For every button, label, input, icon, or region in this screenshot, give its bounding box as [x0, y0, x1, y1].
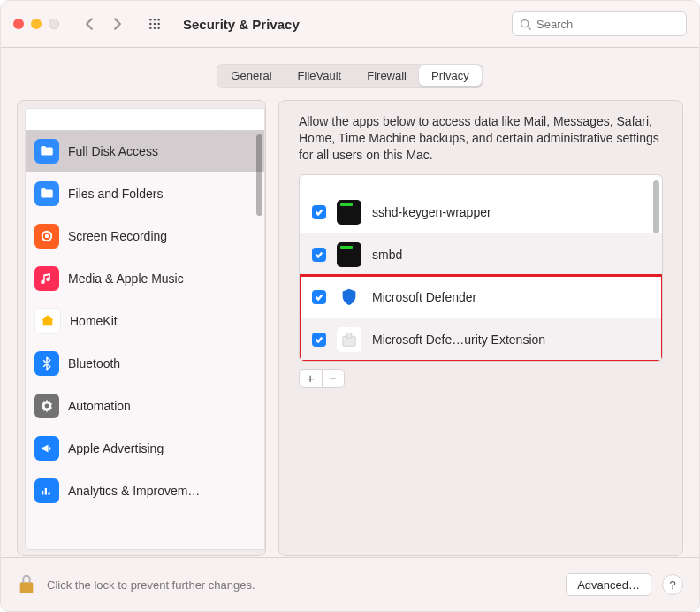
- lock-hint-text: Click the lock to prevent further change…: [47, 578, 555, 592]
- sidebar-item-label: Bluetooth: [68, 356, 120, 371]
- apps-scrollbar[interactable]: [653, 180, 659, 233]
- full-disk-access-detail: Allow the apps below to access data like…: [278, 100, 683, 556]
- sidebar-item-label: Apple Advertising: [68, 441, 164, 455]
- folder-icon: [39, 186, 55, 202]
- svg-point-3: [149, 23, 152, 26]
- app-checkbox[interactable]: [312, 248, 326, 262]
- window-title: Security & Privacy: [183, 17, 503, 32]
- app-name: sshd-keygen-wrapper: [372, 205, 491, 219]
- terminal-icon: [337, 242, 361, 267]
- home-icon: [40, 313, 56, 329]
- tab-firewall[interactable]: Firewall: [354, 65, 419, 86]
- sidebar-item-automation[interactable]: Automation: [26, 385, 264, 427]
- svg-point-12: [45, 234, 49, 239]
- app-checkbox[interactable]: [312, 205, 326, 219]
- svg-point-8: [157, 27, 160, 29]
- search-placeholder: Search: [536, 18, 573, 31]
- shield-icon: [337, 285, 361, 310]
- tab-filevault[interactable]: FileVault: [285, 65, 354, 86]
- app-item[interactable]: sshd-keygen-wrapper: [300, 191, 662, 233]
- svg-rect-16: [346, 333, 352, 338]
- svg-point-1: [154, 19, 156, 21]
- svg-point-0: [149, 19, 152, 21]
- sidebar-item-homekit[interactable]: HomeKit: [26, 300, 264, 342]
- app-item[interactable]: smbd: [300, 233, 662, 276]
- sidebar-item-analytics[interactable]: Analytics & Improvem…: [26, 470, 264, 512]
- sidebar-item-label: Screen Recording: [68, 229, 167, 243]
- lock-button[interactable]: [17, 572, 36, 598]
- help-button[interactable]: ?: [662, 574, 683, 595]
- sidebar-item-label: Full Disk Access: [68, 144, 158, 158]
- zoom-window-button[interactable]: [49, 19, 59, 29]
- minimize-window-button[interactable]: [31, 19, 42, 29]
- tab-bar: General FileVault Firewall Privacy: [17, 64, 683, 88]
- sidebar-item-bluetooth[interactable]: Bluetooth: [26, 342, 264, 385]
- megaphone-icon: [39, 440, 55, 456]
- privacy-category-sidebar: Full Disk Access Files and Folders Scree…: [17, 100, 266, 556]
- add-app-button[interactable]: +: [300, 370, 323, 387]
- app-item[interactable]: Microsoft Defender: [300, 276, 662, 318]
- sidebar-item-files-and-folders[interactable]: Files and Folders: [26, 172, 264, 215]
- permission-description: Allow the apps below to access data like…: [299, 113, 661, 164]
- music-icon: [39, 271, 55, 287]
- forward-button[interactable]: [105, 13, 130, 34]
- svg-point-5: [157, 23, 160, 26]
- preferences-window: Security & Privacy Search General FileVa…: [0, 0, 700, 612]
- bluetooth-icon: [39, 356, 55, 371]
- sidebar-item-apple-advertising[interactable]: Apple Advertising: [26, 427, 264, 470]
- sidebar-item-screen-recording[interactable]: Screen Recording: [26, 215, 264, 257]
- svg-line-10: [528, 26, 530, 28]
- sidebar-item-label: Media & Apple Music: [68, 272, 184, 286]
- app-name: Microsoft Defender: [372, 290, 476, 304]
- search-icon: [520, 19, 531, 30]
- app-checkbox[interactable]: [312, 333, 326, 347]
- extension-icon: [337, 327, 361, 352]
- toolbar: Security & Privacy Search: [1, 1, 699, 48]
- app-checkbox[interactable]: [312, 290, 326, 304]
- advanced-button[interactable]: Advanced…: [566, 573, 651, 596]
- tab-privacy[interactable]: Privacy: [419, 65, 482, 86]
- tab-general[interactable]: General: [218, 65, 284, 86]
- window-controls: [13, 19, 59, 29]
- remove-app-button[interactable]: −: [323, 370, 345, 387]
- add-remove-buttons: + −: [299, 369, 345, 388]
- sidebar-item-label: Analytics & Improvem…: [68, 484, 200, 498]
- svg-point-14: [45, 404, 49, 409]
- apps-list: sshd-keygen-wrapper smbd Microsoft Defen…: [299, 174, 663, 362]
- folder-icon: [39, 143, 55, 159]
- chart-icon: [39, 483, 55, 499]
- footer: Click the lock to prevent further change…: [1, 557, 699, 611]
- app-name: smbd: [372, 248, 402, 262]
- close-window-button[interactable]: [13, 19, 24, 29]
- app-item[interactable]: Microsoft Defe…urity Extension: [300, 318, 662, 361]
- show-all-button[interactable]: [142, 13, 167, 34]
- sidebar-item-full-disk-access[interactable]: Full Disk Access: [26, 130, 264, 172]
- search-field[interactable]: Search: [512, 11, 687, 36]
- sidebar-item-label: Files and Folders: [68, 187, 163, 201]
- gear-icon: [39, 398, 55, 414]
- svg-point-6: [149, 27, 152, 29]
- sidebar-scrollbar[interactable]: [256, 134, 262, 216]
- svg-point-2: [157, 19, 160, 21]
- nav-buttons: [77, 13, 130, 34]
- sidebar-item-label: Automation: [68, 399, 131, 413]
- app-name: Microsoft Defe…urity Extension: [372, 333, 545, 347]
- sidebar-item-media-apple-music[interactable]: Media & Apple Music: [26, 257, 264, 300]
- svg-point-7: [154, 27, 156, 29]
- sidebar-item-label: HomeKit: [70, 314, 118, 328]
- record-icon: [39, 228, 55, 244]
- back-button[interactable]: [77, 13, 102, 34]
- svg-point-4: [154, 23, 156, 26]
- terminal-icon: [337, 200, 361, 225]
